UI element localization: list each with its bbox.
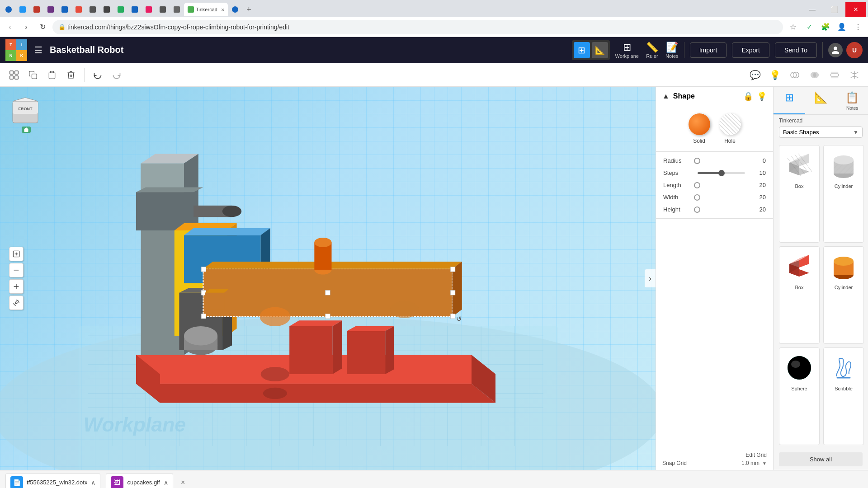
group-button[interactable] [5, 66, 23, 84]
user-avatar[interactable]: U [846, 42, 863, 58]
tc-header-right: ⊞ 📐 ⊞ Workplane 📏 Ruler 📝 Notes [572, 40, 863, 60]
svg-rect-79 [450, 314, 455, 319]
shape-card-cylinder-orange[interactable]: Cylinder [823, 246, 864, 344]
redo-button[interactable] [108, 66, 125, 84]
shape-card-box-red[interactable]: Box [779, 246, 820, 344]
length-circle-input[interactable] [694, 182, 700, 188]
height-circle-input[interactable] [694, 206, 700, 213]
ruler-btn[interactable]: 📐 [592, 42, 608, 58]
notes-sidebar-tab[interactable]: 📋 Notes [836, 87, 868, 114]
menu-icon[interactable]: ⋮ [852, 21, 864, 33]
browser-tab-13[interactable] [170, 3, 184, 16]
add-person-icon[interactable] [828, 43, 843, 57]
bookmark-icon[interactable]: ☆ [787, 21, 799, 33]
browser-tab-4[interactable] [44, 3, 57, 16]
import-button[interactable]: Import [690, 42, 727, 58]
radius-label: Radius [663, 157, 690, 164]
flatten-icon[interactable] [826, 67, 843, 83]
mirror-icon[interactable] [846, 67, 863, 83]
shape-panel: ▲ Shape 🔒 💡 Solid Hole [656, 87, 773, 470]
copy-button[interactable] [24, 66, 42, 84]
send-to-button[interactable]: Send To [775, 42, 817, 58]
svg-point-118 [788, 356, 811, 380]
show-all-button[interactable]: Show all [779, 452, 863, 466]
url-input[interactable]: 🔒 tinkercad.com/things/bzZ2siwsOfm-copy-… [52, 20, 783, 34]
edit-grid-row: Edit Grid [662, 452, 767, 458]
shape-collapse-icon[interactable]: ▲ [662, 92, 670, 100]
ruler-sidebar-tab[interactable]: 📐 [805, 87, 837, 114]
lock-icon[interactable]: 🔒 [743, 91, 753, 101]
browser-tab-tinkercad[interactable]: Tinkercad × [184, 3, 228, 16]
shape-card-cylinder-grey[interactable]: Cylinder [823, 145, 864, 243]
category-arrow-icon: ▼ [853, 129, 859, 136]
browser-tab-5[interactable] [58, 3, 71, 16]
shape-card-scribble[interactable]: Scribble [823, 347, 864, 445]
svg-point-67 [184, 326, 217, 345]
browser-tab-15[interactable] [228, 3, 242, 16]
solid-type[interactable]: Solid [689, 113, 710, 144]
svg-point-107 [834, 155, 854, 164]
shape-card-sphere[interactable]: Sphere [779, 347, 820, 445]
browser-tab-8[interactable] [100, 3, 113, 16]
download-name-1: tf55635225_win32.dotx [27, 479, 87, 486]
forward-button[interactable]: › [20, 21, 33, 33]
browser-tab-10[interactable] [128, 3, 142, 16]
svg-marker-52 [136, 188, 203, 192]
tinkercad-logo[interactable]: T I N K [5, 39, 27, 61]
svg-point-84 [259, 307, 290, 326]
category-dropdown[interactable]: Basic Shapes ▼ [779, 127, 863, 138]
download-chevron-2[interactable]: ∧ [164, 479, 168, 486]
close-button[interactable]: × [845, 2, 866, 17]
maximize-button[interactable]: ⬜ [824, 2, 844, 17]
steps-row: Steps 10 [663, 169, 766, 176]
undo-button[interactable] [89, 66, 106, 84]
ruler-tab[interactable]: 📏 Ruler [646, 42, 658, 59]
new-tab-button[interactable]: + [242, 3, 255, 16]
delete-button[interactable] [62, 66, 80, 84]
steps-slider[interactable] [698, 172, 745, 174]
shape-card-box-grey[interactable]: Box [779, 145, 820, 243]
bulb-panel-icon[interactable]: 💡 [757, 91, 767, 101]
shapes-tab[interactable]: ⊞ [774, 87, 805, 114]
app-container: T I N K ☰ Basketball Robot ⊞ 📐 ⊞ Workpl [0, 37, 868, 470]
extension-check-icon[interactable]: ✓ [803, 21, 816, 33]
workplane-tab[interactable]: ⊞ Workplane [615, 42, 639, 59]
paste-button[interactable] [43, 66, 61, 84]
svg-rect-78 [326, 314, 330, 319]
browser-tab-6[interactable] [72, 3, 85, 16]
hole-type[interactable]: Hole [719, 113, 741, 144]
tc-menu-icon[interactable]: ☰ [34, 45, 42, 56]
minimize-button[interactable]: — [802, 2, 823, 17]
bulb-icon[interactable]: 💡 [767, 67, 783, 83]
width-circle-input[interactable] [694, 194, 700, 201]
viewport[interactable]: FRONT − + [0, 87, 656, 470]
extensions-icon[interactable]: 🧩 [819, 21, 832, 33]
browser-tab-9[interactable] [114, 3, 127, 16]
browser-tab-7[interactable] [86, 3, 99, 16]
sidebar-source-label: Tinkercad [779, 117, 802, 124]
project-title[interactable]: Basketball Robot [50, 45, 568, 55]
notes-tab[interactable]: 📝 Notes [665, 42, 679, 59]
workplane-btn[interactable]: ⊞ [574, 42, 590, 58]
browser-tab-11[interactable] [142, 3, 156, 16]
length-value: 20 [752, 182, 766, 188]
browser-tab-1[interactable] [2, 3, 15, 16]
shape-subtract-icon[interactable] [787, 67, 803, 83]
profile-icon[interactable]: 👤 [835, 21, 848, 33]
radius-circle-input[interactable] [694, 158, 700, 164]
shape-union-icon[interactable] [807, 67, 823, 83]
download-bar-close[interactable]: × [179, 478, 188, 487]
export-button[interactable]: Export [732, 42, 769, 58]
download-chevron-1[interactable]: ∧ [91, 479, 95, 486]
snap-grid-value-container[interactable]: 1.0 mm ▼ [741, 460, 767, 466]
browser-tab-12[interactable] [156, 3, 170, 16]
comment-icon[interactable]: 💬 [747, 67, 763, 83]
panel-collapse-arrow[interactable]: › [645, 269, 656, 287]
logo-i: I [16, 39, 27, 50]
shapes-tab-icon: ⊞ [785, 91, 794, 104]
back-button[interactable]: ‹ [4, 21, 16, 33]
browser-tab-2[interactable] [16, 3, 29, 16]
edit-grid-label[interactable]: Edit Grid [745, 452, 767, 458]
browser-tab-3[interactable] [30, 3, 43, 16]
reload-button[interactable]: ↻ [36, 21, 49, 33]
